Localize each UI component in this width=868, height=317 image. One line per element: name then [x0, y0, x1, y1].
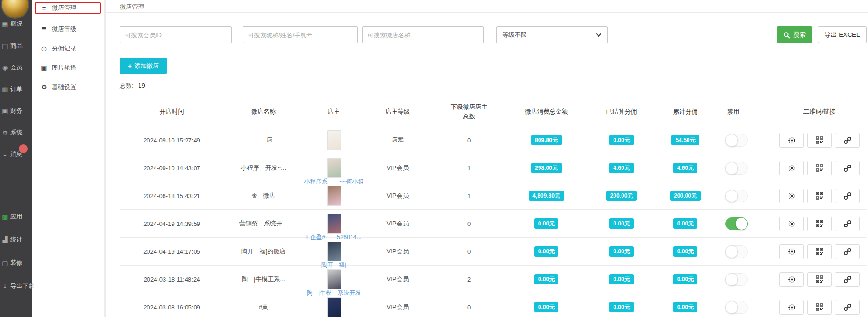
disable-toggle[interactable]	[725, 273, 748, 286]
submenu-item-store-management[interactable]: ≡ 微店管理	[35, 2, 101, 14]
miniprogram-code-button[interactable]	[779, 300, 804, 315]
miniprogram-code-button[interactable]	[779, 244, 804, 259]
qrcode-button[interactable]	[807, 272, 832, 287]
row-actions	[772, 189, 867, 203]
table-row: 2024-03-08 16:05:09 #黄 #黄锡周~腾信集团小 VIP会员 …	[120, 293, 867, 317]
messages-icon: ◒	[1, 151, 9, 158]
miniprogram-code-button[interactable]	[779, 133, 804, 148]
sidebar-item-orders[interactable]: ▥ 订单	[0, 78, 32, 100]
search-button[interactable]: 搜索	[777, 26, 812, 43]
miniprogram-code-button[interactable]	[779, 189, 804, 203]
column-header: 店主等级	[365, 97, 431, 126]
sidebar-item-export-download[interactable]: ↧ 导出下载	[0, 275, 32, 298]
owner-avatar	[327, 214, 341, 234]
disable-toggle[interactable]	[725, 190, 748, 202]
submenu-item-image-carousel[interactable]: ▣ 图片轮播	[32, 58, 104, 77]
sub-store-count: 0	[467, 248, 471, 255]
submenu-item-basic-settings[interactable]: ⚙ 基础设置	[32, 77, 104, 97]
disable-toggle[interactable]	[725, 134, 748, 147]
settled-commission-badge: 0.00元	[609, 135, 633, 145]
sidebar-item-messages[interactable]: ◒ 消息 …	[0, 143, 32, 165]
search-icon	[783, 32, 790, 39]
link-icon	[843, 136, 852, 144]
basic-settings-icon: ⚙	[41, 83, 48, 91]
column-header: 微店消费总金额	[508, 97, 585, 126]
member-id-input[interactable]	[120, 26, 232, 43]
qrcode-icon	[816, 192, 823, 200]
disable-toggle[interactable]	[725, 162, 748, 175]
store-name: 陶 |牛模王系...	[242, 275, 285, 283]
owner-level: VIP会员	[387, 303, 409, 310]
export-excel-button[interactable]: 导出 EXCEL	[818, 26, 867, 43]
sidebar-item-apps[interactable]: ▩ 应用	[0, 205, 32, 228]
notification-badge: …	[19, 144, 28, 153]
owner-level: 店群	[392, 136, 404, 143]
miniprogram-code-button[interactable]	[779, 161, 804, 175]
title-divider	[106, 12, 868, 13]
copy-link-button[interactable]	[835, 133, 860, 148]
column-header: 已结算分佣	[585, 97, 658, 126]
owner-level: VIP会员	[387, 192, 409, 199]
row-actions	[772, 161, 867, 175]
decorate-icon: ▢	[1, 259, 9, 267]
submenu-item-label: 分佣记录	[52, 44, 76, 53]
copy-link-button[interactable]	[835, 300, 860, 315]
store-name: ❀ 微店	[252, 192, 275, 199]
sidebar-item-finance[interactable]: ▣ 财务	[0, 100, 32, 122]
owner-link[interactable]: E企盈# 526014...	[306, 234, 361, 242]
qrcode-button[interactable]	[807, 133, 832, 148]
copy-link-button[interactable]	[835, 161, 860, 175]
qrcode-button[interactable]	[807, 189, 832, 203]
search-button-label: 搜索	[793, 31, 806, 39]
total-consumption-badge: 0.00元	[534, 218, 558, 229]
row-actions	[772, 300, 867, 315]
filter-divider	[106, 54, 868, 54]
qrcode-icon	[816, 248, 823, 255]
copy-link-button[interactable]	[835, 244, 860, 259]
store-name-input[interactable]	[362, 26, 484, 43]
qrcode-button[interactable]	[807, 161, 832, 175]
owner-link[interactable]: 陶开 福]	[321, 261, 346, 269]
copy-link-button[interactable]	[835, 189, 860, 203]
copy-link-button[interactable]	[835, 217, 860, 231]
miniprogram-code-icon	[788, 220, 796, 228]
sidebar-item-label: 应用	[10, 213, 23, 221]
sidebar-item-label: 导出下载	[10, 282, 35, 290]
sidebar-item-stats[interactable]: ▟ 统计	[0, 228, 32, 251]
qrcode-button[interactable]	[807, 300, 832, 315]
owner-link[interactable]: 陶 |牛模 系统开发	[307, 289, 361, 297]
submenu-item-commission-records[interactable]: ◷ 分佣记录	[32, 39, 104, 58]
miniprogram-code-button[interactable]	[779, 272, 804, 287]
nickname-input[interactable]	[243, 26, 358, 43]
add-store-button[interactable]: + 添加微店	[120, 58, 167, 74]
owner-avatar	[327, 186, 341, 206]
sidebar-item-decorate[interactable]: ▢ 装修	[0, 251, 32, 275]
owner-avatar	[327, 242, 341, 261]
miniprogram-code-button[interactable]	[779, 217, 804, 231]
store-name: 陶开 福]的微店	[241, 248, 286, 255]
disable-toggle[interactable]	[725, 217, 748, 230]
sidebar-item-overview[interactable]: ▦ 概况	[0, 13, 32, 35]
qrcode-icon	[816, 220, 823, 227]
settled-commission-badge: 200.00元	[606, 191, 637, 201]
toggle-knob	[725, 245, 738, 258]
sub-store-count: 2	[467, 276, 471, 283]
sidebar-item-goods[interactable]: ▤ 商品	[0, 35, 32, 57]
level-select[interactable]: 等级不限	[496, 26, 608, 43]
copy-link-button[interactable]	[835, 272, 860, 287]
disable-toggle[interactable]	[725, 245, 748, 258]
submenu-item-store-levels[interactable]: ≣ 微店等级	[32, 19, 104, 39]
toggle-knob	[735, 217, 748, 230]
sidebar-item-members[interactable]: ◉ 会员	[0, 57, 32, 78]
qrcode-button[interactable]	[807, 244, 832, 259]
total-consumption-badge: 0.00元	[534, 274, 558, 284]
sub-store-count: 0	[467, 304, 471, 311]
link-icon	[843, 220, 852, 228]
open-time: 2024-09-10 15:27:49	[143, 137, 200, 144]
owner-level: VIP会员	[387, 164, 409, 171]
disable-toggle[interactable]	[725, 301, 748, 314]
qrcode-button[interactable]	[807, 217, 832, 231]
settled-commission-badge: 0.00元	[609, 302, 633, 312]
owner-link[interactable]: 小程序系 ~~何小姐	[304, 178, 364, 186]
sidebar-item-system[interactable]: ⚙ 系统	[0, 122, 32, 143]
